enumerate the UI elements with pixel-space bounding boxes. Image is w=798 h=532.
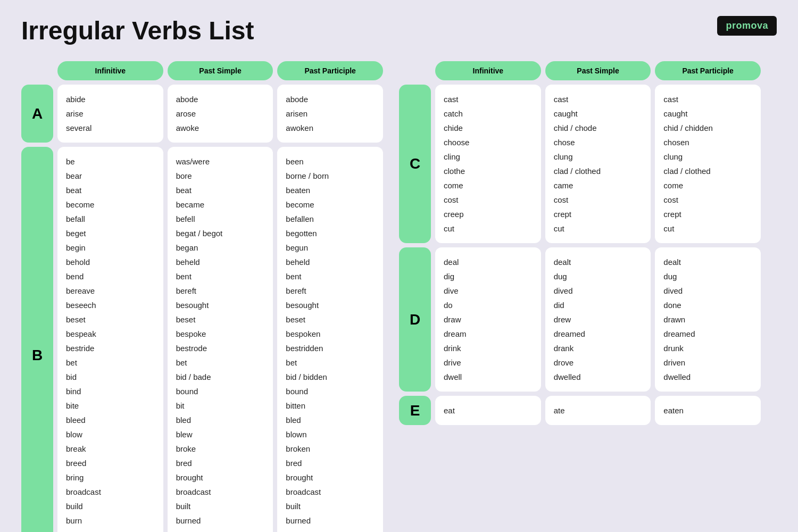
letter-badge-b: B <box>21 147 53 532</box>
data-cell-past_participle: eaten <box>655 396 761 425</box>
section-row-a: Aabide arise severalabode arose awokeabo… <box>21 85 383 143</box>
empty-header-cell <box>399 61 431 80</box>
col-header-past-participle: Past Participle <box>655 61 761 80</box>
page-title: Irregular Verbs List <box>21 16 254 45</box>
data-columns: be bear beat become befall beget begin b… <box>57 147 383 532</box>
data-cell-past_participle: dealt dug dived done drawn dreamed drunk… <box>655 247 761 392</box>
column-headers: InfinitivePast SimplePast Participle <box>21 61 383 80</box>
data-cell-past_participle: cast caught chid / chidden chosen clung … <box>655 85 761 243</box>
data-cell-infinitive: eat <box>435 396 541 425</box>
col-header-past-participle: Past Participle <box>277 61 383 80</box>
data-cell-infinitive: deal dig dive do draw dream drink drive … <box>435 247 541 392</box>
letter-badge-e: E <box>399 396 431 425</box>
data-columns: abide arise severalabode arose awokeabod… <box>57 85 383 143</box>
data-cell-past_simple: cast caught chid / chode chose clung cla… <box>545 85 651 243</box>
letter-badge-c: C <box>399 85 431 243</box>
right-table: InfinitivePast SimplePast ParticipleCcas… <box>399 61 761 532</box>
section-row-c: Ccast catch chide choose cling clothe co… <box>399 85 761 243</box>
main-content: InfinitivePast SimplePast ParticipleAabi… <box>21 61 777 532</box>
data-columns: cast catch chide choose cling clothe com… <box>435 85 761 243</box>
column-headers: InfinitivePast SimplePast Participle <box>399 61 761 80</box>
left-table: InfinitivePast SimplePast ParticipleAabi… <box>21 61 383 532</box>
section-row-b: Bbe bear beat become befall beget begin … <box>21 147 383 532</box>
data-columns: deal dig dive do draw dream drink drive … <box>435 247 761 392</box>
data-cell-infinitive: abide arise several <box>57 85 163 143</box>
data-cell-past_simple: was/were bore beat became befell begat /… <box>168 147 273 532</box>
logo-text: promova <box>726 20 768 31</box>
data-cell-past_simple: ate <box>545 396 651 425</box>
section-row-d: Ddeal dig dive do draw dream drink drive… <box>399 247 761 392</box>
col-header-infinitive: Infinitive <box>57 61 163 80</box>
col-header-past-simple: Past Simple <box>545 61 651 80</box>
logo: promova <box>717 16 777 36</box>
page-header: Irregular Verbs List promova <box>21 16 777 45</box>
empty-header-cell <box>21 61 53 80</box>
col-header-infinitive: Infinitive <box>435 61 541 80</box>
letter-badge-d: D <box>399 247 431 392</box>
data-columns: eatateeaten <box>435 396 761 425</box>
data-cell-past_participle: been borne / born beaten become befallen… <box>277 147 383 532</box>
section-row-e: Eeatateeaten <box>399 396 761 425</box>
data-cell-infinitive: be bear beat become befall beget begin b… <box>57 147 163 532</box>
col-header-past-simple: Past Simple <box>168 61 273 80</box>
data-cell-past_simple: dealt dug dived did drew dreamed drank d… <box>545 247 651 392</box>
data-cell-infinitive: cast catch chide choose cling clothe com… <box>435 85 541 243</box>
letter-badge-a: A <box>21 85 53 143</box>
data-cell-past_simple: abode arose awoke <box>168 85 273 143</box>
data-cell-past_participle: abode arisen awoken <box>277 85 383 143</box>
